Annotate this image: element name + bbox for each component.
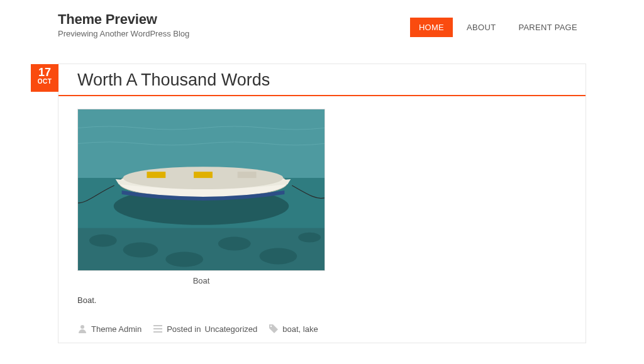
page-container: Theme Preview Previewing Another WordPre… (58, 0, 586, 343)
post-meta: Theme Admin Posted in Uncategorized boat… (58, 315, 586, 343)
svg-rect-16 (153, 328, 162, 329)
main-nav: HOME ABOUT PARENT PAGE (410, 18, 586, 37)
post-date-badge[interactable]: 17 OCT (31, 64, 58, 92)
svg-rect-13 (238, 172, 257, 178)
meta-category-group: Posted in Uncategorized (153, 324, 257, 334)
user-icon (77, 324, 87, 334)
meta-tags[interactable]: boat, lake (282, 324, 318, 334)
svg-point-14 (80, 325, 84, 329)
featured-caption: Boat (77, 271, 325, 290)
list-icon (153, 324, 163, 334)
post-date-month: OCT (31, 78, 58, 85)
svg-point-6 (218, 237, 251, 251)
meta-category[interactable]: Uncategorized (204, 324, 257, 334)
svg-rect-17 (153, 331, 162, 333)
svg-rect-12 (194, 172, 213, 178)
post-title[interactable]: Worth A Thousand Words (77, 70, 567, 95)
svg-point-5 (165, 251, 203, 267)
nav-home[interactable]: HOME (410, 18, 453, 37)
meta-tags-group: boat, lake (269, 324, 318, 334)
post-date-day: 17 (31, 67, 58, 78)
featured-figure: Boat (77, 109, 325, 290)
svg-point-3 (89, 234, 117, 247)
nav-parent-page[interactable]: PARENT PAGE (509, 18, 586, 37)
meta-author-group: Theme Admin (77, 324, 142, 334)
post-excerpt: Boat. (77, 295, 567, 305)
meta-category-prefix: Posted in (167, 324, 201, 334)
site-header: Theme Preview Previewing Another WordPre… (58, 11, 586, 38)
featured-image[interactable] (77, 109, 325, 271)
post-title-rule (58, 95, 586, 96)
svg-point-8 (298, 233, 321, 243)
meta-author[interactable]: Theme Admin (91, 324, 142, 334)
svg-point-18 (270, 326, 272, 327)
post-header: Worth A Thousand Words (58, 64, 586, 95)
site-title[interactable]: Theme Preview (58, 11, 189, 28)
nav-about[interactable]: ABOUT (458, 18, 504, 37)
branding: Theme Preview Previewing Another WordPre… (58, 11, 189, 38)
svg-point-7 (260, 248, 297, 265)
site-tagline: Previewing Another WordPress Blog (58, 29, 189, 38)
svg-rect-11 (147, 172, 165, 178)
post-body: Boat Boat. (58, 109, 586, 315)
tag-icon (269, 324, 279, 334)
svg-point-4 (123, 243, 158, 258)
post: 17 OCT Worth A Thousand Words (58, 63, 586, 343)
svg-rect-15 (153, 325, 162, 326)
